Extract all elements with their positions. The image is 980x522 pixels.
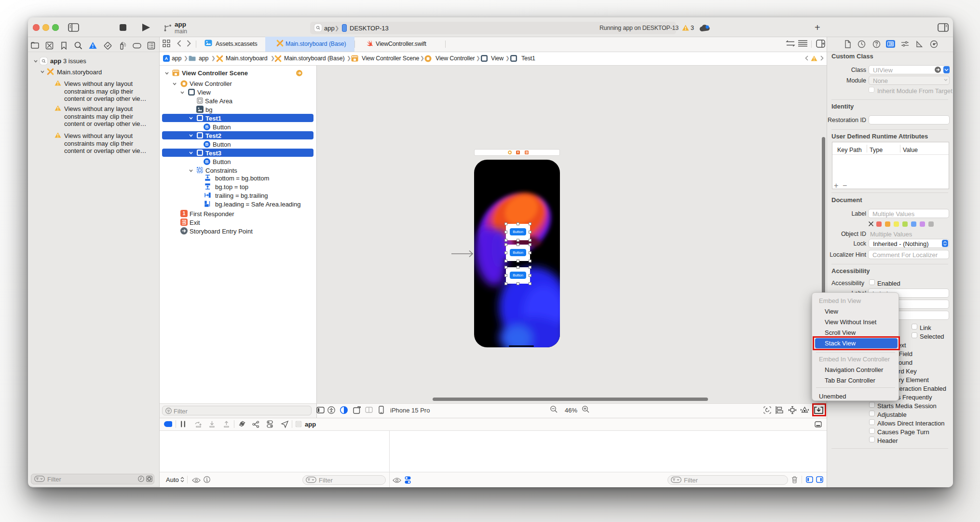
svg-text:B: B [205,124,209,129]
svg-text:1: 1 [183,211,186,216]
svg-text:B: B [205,141,209,147]
svg-text:B: B [205,159,209,164]
